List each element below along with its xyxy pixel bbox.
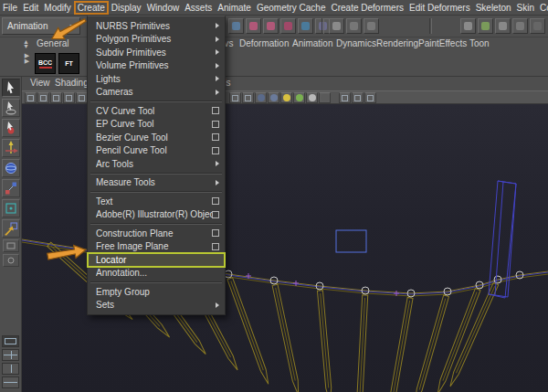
rotate-tool-icon[interactable] [2, 159, 20, 177]
shelf-tab-animation[interactable]: Animation [292, 38, 332, 48]
menu-item-free-image-plane[interactable]: Free Image Plane [88, 240, 225, 254]
xray-joints-icon[interactable] [364, 92, 376, 103]
menubar-item-window[interactable]: Window [144, 2, 183, 14]
render-current-frame-icon[interactable] [478, 18, 493, 34]
menu-item-ep-curve-tool[interactable]: EP Curve Tool [88, 118, 225, 132]
main-menubar: File Edit Modify Create Display Window A… [0, 0, 548, 16]
snap-point-icon[interactable] [263, 18, 279, 34]
output-line-icon[interactable] [364, 18, 379, 34]
isolate-select-icon[interactable] [339, 92, 351, 103]
shaded-mode-icon[interactable] [242, 92, 254, 103]
last-tool-icon[interactable] [3, 239, 19, 252]
menu-item-lights[interactable]: Lights [88, 72, 225, 86]
menu-item-empty-group[interactable]: Empty Group [88, 285, 225, 299]
snap-surface-icon[interactable] [298, 18, 313, 34]
use-lights-icon[interactable] [293, 92, 305, 103]
select-tool-icon[interactable] [2, 79, 20, 97]
toolbox-toggle-icon[interactable] [530, 18, 545, 34]
snap-view-icon[interactable] [280, 18, 296, 34]
shelf-button-bcc-label: BCC [38, 59, 52, 66]
shelf-tab-painteffects[interactable]: PaintEffects [418, 38, 467, 48]
menubar-item-edit-deformers[interactable]: Edit Deformers [406, 2, 473, 14]
render-settings-icon[interactable] [512, 18, 528, 34]
panel-menu-shading[interactable]: Shading [55, 78, 89, 88]
panel-menu-view[interactable]: View [30, 78, 50, 88]
input-line-icon[interactable] [346, 18, 362, 34]
snap-grid-icon[interactable] [228, 18, 244, 34]
bookmark-icon[interactable] [37, 92, 49, 103]
lasso-tool-icon[interactable] [2, 99, 20, 117]
menu-item-sets[interactable]: Sets [88, 299, 225, 313]
layout-single-pane-button[interactable] [2, 335, 19, 347]
menubar-item-animate[interactable]: Animate [215, 2, 254, 14]
menubar-item-assets[interactable]: Assets [182, 2, 215, 14]
menubar-item-create-deformers[interactable]: Create Deformers [329, 2, 406, 14]
menu-item-arc-tools[interactable]: Arc Tools [88, 157, 225, 171]
submenu-arrow-icon [216, 302, 219, 308]
menu-item-locator[interactable]: Locator [88, 253, 225, 267]
menubar-item-geometry-cache[interactable]: Geometry Cache [254, 2, 329, 14]
textured-mode-icon[interactable] [255, 92, 267, 103]
menu-separator [90, 281, 222, 283]
flat-shade-icon[interactable] [306, 92, 318, 103]
shelf-tab-deformation[interactable]: Deformation [239, 38, 289, 48]
menu-item-subdiv-primitives[interactable]: Subdiv Primitives [88, 46, 225, 59]
menu-item-bezier-curve-tool[interactable]: Bezier Curve Tool [88, 131, 225, 144]
menubar-item-modify[interactable]: Modify [41, 2, 73, 14]
construction-history-icon[interactable] [329, 18, 344, 34]
menu-item-volume-primitives[interactable]: Volume Primitives [88, 59, 225, 73]
menu-item-cameras[interactable]: Cameras [88, 86, 225, 100]
bcc-accent [39, 67, 52, 69]
shelf-tab-cycle-icon[interactable]: ▲▼ [23, 39, 30, 49]
selected-curve-rect[interactable] [336, 230, 366, 252]
paint-select-tool-icon[interactable] [2, 119, 20, 137]
soft-mod-tool-icon[interactable] [3, 254, 19, 267]
shelf-tab-toon[interactable]: Toon [469, 38, 490, 48]
camera-attrs-icon[interactable] [25, 92, 37, 103]
smooth-shade-icon[interactable] [280, 92, 292, 103]
menu-item-annotation[interactable]: Annotation... [88, 267, 225, 281]
checker-icon[interactable] [268, 92, 279, 103]
snap-curve-icon[interactable] [246, 18, 261, 34]
menu-item-measure-tools[interactable]: Measure Tools [88, 176, 225, 190]
menubar-item-skeleton[interactable]: Skeleton [473, 2, 514, 14]
menubar-item-edit[interactable]: Edit [20, 2, 41, 14]
option-box-icon [212, 197, 219, 205]
move-tool-icon[interactable] [2, 139, 20, 157]
layout-four-pane-button[interactable] [2, 349, 19, 361]
scale-tool-icon[interactable] [2, 179, 20, 197]
menu-item-adobe-illustrator-object[interactable]: Adobe(R) Illustrator(R) Object... [88, 208, 225, 222]
menu-item-pencil-curve-tool[interactable]: Pencil Curve Tool [88, 144, 225, 158]
menubar-item-file[interactable]: File [0, 2, 20, 14]
layout-persp-outliner-button[interactable] [2, 363, 19, 375]
menu-item-polygon-primitives[interactable]: Polygon Primitives [88, 33, 225, 47]
menubar-item-constrain[interactable]: Constrain [537, 2, 548, 14]
menu-item-text[interactable]: Text [88, 195, 225, 208]
menu-item-construction-plane[interactable]: Construction Plane [88, 227, 225, 240]
xray-icon[interactable] [352, 92, 364, 103]
bounding-box-icon[interactable] [319, 92, 331, 103]
menu-item-nurbs-primitives[interactable]: NURBS Primitives [88, 19, 225, 33]
menu-separator [90, 191, 222, 193]
show-manipulator-tool-icon[interactable] [2, 219, 20, 238]
shelf-button-ft[interactable]: FT [58, 53, 79, 74]
shelf-tab-rendering[interactable]: Rendering [376, 38, 418, 48]
shelf-button-bcc[interactable]: BCC [35, 53, 56, 74]
cv-tick-marks [246, 273, 399, 296]
option-box-icon [212, 147, 219, 154]
render-view-icon[interactable] [460, 18, 476, 34]
menubar-item-skin[interactable]: Skin [514, 2, 537, 14]
shelf-tab-dynamics[interactable]: Dynamics [336, 38, 376, 48]
menu-item-cv-curve-tool[interactable]: CV Curve Tool [88, 104, 225, 118]
two-d-pan-zoom-icon[interactable] [63, 92, 75, 103]
ipr-render-icon[interactable] [495, 18, 511, 34]
tall-box-wireframe[interactable] [489, 181, 516, 298]
image-plane-icon[interactable] [50, 92, 62, 103]
universal-manipulator-icon[interactable] [2, 199, 20, 217]
layout-hypershade-button[interactable] [2, 376, 19, 388]
submenu-arrow-icon [216, 49, 219, 55]
menubar-item-display[interactable]: Display [109, 2, 144, 14]
menubar-item-create[interactable]: Create [74, 1, 109, 15]
shelf-menu-icon[interactable]: ▶▶ [23, 53, 31, 75]
wireframe-mode-icon[interactable] [229, 92, 241, 103]
